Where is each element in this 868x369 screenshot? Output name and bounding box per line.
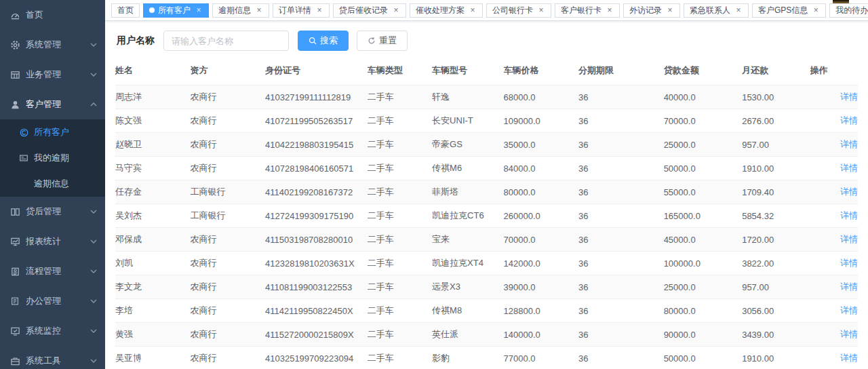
sidebar-item-label: 逾期信息 (34, 178, 97, 190)
cell-id-number: 41232819810203631X (265, 252, 368, 275)
cell-name: 黄强 (115, 323, 191, 347)
tab[interactable]: 外访记录 × (623, 3, 680, 18)
detail-link[interactable]: 详情 (840, 329, 858, 339)
cell-vehicle-model: 远景X3 (432, 275, 503, 299)
close-icon[interactable]: × (392, 6, 400, 14)
tab[interactable]: 贷后催收记录 × (333, 3, 406, 18)
detail-link[interactable]: 详情 (840, 353, 858, 363)
close-icon[interactable]: × (469, 6, 477, 14)
app-window: 首页 系统管理 业务管理 客户管理 (0, 0, 868, 369)
cell-id-number: 412724199309175190 (265, 204, 368, 228)
cell-vehicle-model: 轩逸 (432, 85, 503, 109)
detail-link[interactable]: 详情 (840, 305, 858, 315)
sidebar-item[interactable]: 客户管理 (0, 90, 105, 119)
sidebar-item-label: 系统监控 (26, 325, 90, 337)
close-icon[interactable]: × (537, 6, 545, 14)
sidebar-item-label: 系统管理 (26, 39, 90, 51)
close-icon[interactable]: × (812, 6, 820, 14)
detail-link[interactable]: 详情 (840, 115, 858, 125)
cell-vehicle-price: 77000.0 (504, 347, 579, 369)
cell-name: 李培 (115, 299, 191, 323)
detail-link[interactable]: 详情 (840, 210, 858, 220)
tab[interactable]: 首页 (111, 3, 140, 18)
cell-monthly-payment: 3439.00 (742, 323, 810, 347)
sidebar-item[interactable]: 我的逾期 (0, 145, 105, 171)
cell-loan-amount: 25000.0 (664, 133, 743, 157)
cell-loan-amount: 40000.0 (664, 85, 743, 109)
cell-vehicle-model: 宝来 (432, 228, 503, 252)
tab[interactable]: 紧急联系人 × (684, 3, 749, 18)
cell-loan-amount: 50000.0 (664, 347, 743, 369)
table-header-row: 姓名 资方 身份证号 车辆类型 车辆型号 车辆价格 分期期限 (115, 58, 858, 85)
column-header: 身份证号 (265, 58, 368, 85)
sidebar-item-label: 客户管理 (26, 98, 90, 111)
sidebar-item[interactable]: 贷后管理 (0, 197, 105, 227)
sidebar-item[interactable]: 所有客户 (0, 119, 105, 145)
chevron-down-icon (90, 299, 97, 303)
search-button[interactable]: 搜索 (298, 31, 349, 51)
sidebar-item[interactable]: 报表统计 (0, 227, 105, 256)
tab[interactable]: 客户银行卡 × (555, 3, 620, 18)
cell-name: 刘凯 (115, 252, 191, 275)
circle-c-icon (19, 127, 28, 138)
cell-id-number: 411402199208167372 (265, 180, 368, 204)
cell-name: 周志洋 (115, 85, 191, 109)
tab[interactable]: 客户GPS信息 × (752, 3, 826, 18)
close-icon[interactable]: × (255, 6, 263, 14)
sidebar-item[interactable]: 首页 (0, 0, 105, 30)
tab[interactable]: 所有客户 × (143, 3, 209, 18)
sidebar-item[interactable]: 系统监控 (0, 316, 105, 346)
cell-vehicle-type: 二手车 (368, 204, 432, 228)
cell-vehicle-type: 二手车 (368, 109, 432, 133)
close-icon[interactable]: × (734, 6, 743, 14)
tab[interactable]: 逾期信息 × (212, 3, 269, 18)
cell-funder: 农商行 (191, 228, 266, 252)
cell-vehicle-model: 帝豪GS (432, 133, 503, 157)
reset-button[interactable]: 重置 (357, 31, 408, 51)
detail-link[interactable]: 详情 (840, 139, 858, 149)
column-header: 月还款 (742, 58, 810, 85)
sidebar-item[interactable]: 流程管理 (0, 256, 105, 286)
detail-link[interactable]: 详情 (840, 187, 858, 197)
customer-table: 姓名 资方 身份证号 车辆类型 车辆型号 车辆价格 分期期限 (115, 58, 858, 369)
column-header: 车辆价格 (504, 58, 579, 85)
cell-vehicle-model: 凯迪拉克XT4 (432, 252, 503, 275)
search-icon (309, 37, 317, 45)
detail-link[interactable]: 详情 (840, 234, 858, 244)
cell-monthly-payment: 2676.00 (742, 109, 810, 133)
close-icon[interactable]: × (315, 6, 323, 14)
close-icon[interactable]: × (666, 6, 674, 14)
tab[interactable]: 我的待办 × (829, 3, 868, 18)
chevron-down-icon (90, 239, 97, 244)
cell-name: 李文龙 (115, 275, 191, 299)
cell-term: 36 (578, 157, 664, 180)
cell-vehicle-type: 二手车 (368, 157, 432, 180)
close-icon[interactable]: × (606, 6, 614, 14)
cell-funder: 农商行 (191, 109, 266, 133)
cell-monthly-payment: 5854.32 (742, 204, 810, 228)
cell-funder: 农商行 (191, 133, 266, 157)
sidebar-item[interactable]: 办公管理 (0, 286, 105, 316)
detail-link[interactable]: 详情 (840, 258, 858, 268)
tab[interactable]: 公司银行卡 × (486, 3, 551, 18)
search-input[interactable] (163, 31, 289, 51)
close-icon[interactable]: × (195, 6, 203, 14)
detail-link[interactable]: 详情 (840, 163, 858, 173)
detail-link[interactable]: 详情 (840, 92, 858, 102)
table-row: 李培 农商行 41142119950822450X 二手车 传祺M8 12880… (115, 299, 858, 323)
sidebar-item[interactable]: 系统管理 (0, 30, 105, 60)
tab[interactable]: 催收处理方案 × (410, 3, 483, 18)
detail-link[interactable]: 详情 (840, 281, 858, 292)
tab-label: 催收处理方案 (416, 4, 465, 17)
cell-name: 陈文强 (115, 109, 191, 133)
chevron-down-icon (90, 102, 97, 106)
sidebar-item[interactable]: 逾期信息 (0, 171, 105, 197)
table-row: 吴刘杰 工商银行 412724199309175190 二手车 凯迪拉克CT6 … (115, 204, 858, 228)
sidebar-item[interactable]: 业务管理 (0, 60, 105, 90)
sidebar-item-label: 贷后管理 (26, 206, 90, 218)
tab[interactable]: 订单详情 × (273, 3, 330, 18)
sidebar-item-label: 流程管理 (26, 265, 90, 277)
monitor-check-icon (9, 326, 20, 336)
sidebar-item[interactable]: 系统工具 (0, 346, 105, 369)
cell-id-number: 410327199111112819 (265, 85, 368, 109)
